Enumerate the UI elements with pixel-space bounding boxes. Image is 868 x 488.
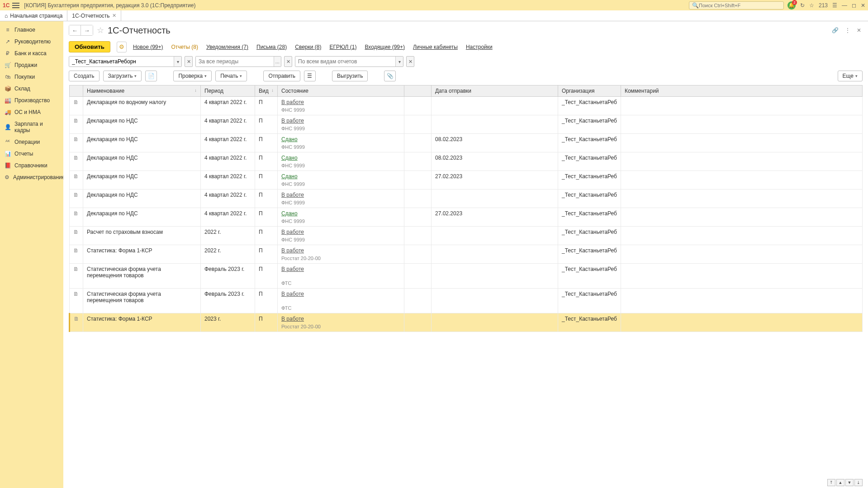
status-link[interactable]: В работе xyxy=(281,247,304,254)
tab-close-icon[interactable]: ✕ xyxy=(112,13,116,19)
col-type[interactable]: Вид↓ xyxy=(255,85,278,97)
tab-reporting[interactable]: 1С-Отчетность ✕ xyxy=(67,10,121,21)
table-row-sub[interactable]: Росстат 20-20-00 xyxy=(70,323,863,332)
period-filter-input[interactable] xyxy=(196,57,274,66)
table-row[interactable]: 🗎Декларация по НДС4 квартал 2022 г.ПСдан… xyxy=(70,152,863,162)
table-row-sub[interactable]: ФНС 9999 xyxy=(70,106,863,115)
sidebar-item-3[interactable]: 🛒Продажи xyxy=(0,59,63,71)
sidebar-item-4[interactable]: 🛍Покупки xyxy=(0,71,63,83)
nav-back-button[interactable]: ← xyxy=(69,25,81,35)
table-row[interactable]: 🗎Расчет по страховым взносам2022 г.ПВ ра… xyxy=(70,227,863,237)
table-row-sub[interactable]: ФНС 9999 xyxy=(70,180,863,190)
sidebar-item-9[interactable]: ᴬᴷОперации xyxy=(0,136,63,148)
col-period[interactable]: Период xyxy=(201,85,255,97)
table-row[interactable]: 🗎Декларация по НДС4 квартал 2022 г.ПСдан… xyxy=(70,171,863,181)
sidebar-item-10[interactable]: 📊Отчеты xyxy=(0,148,63,160)
subtab-8[interactable]: Настройки xyxy=(466,44,493,50)
refresh-button[interactable]: Обновить xyxy=(69,41,110,52)
print-button[interactable]: Печать▾ xyxy=(215,71,247,81)
main-menu-icon[interactable] xyxy=(12,3,19,8)
period-filter-clear[interactable]: ✕ xyxy=(284,56,292,67)
create-button[interactable]: Создать xyxy=(69,71,100,81)
global-search[interactable]: 🔍 xyxy=(689,1,784,9)
status-link[interactable]: В работе xyxy=(281,291,304,297)
period-filter[interactable]: … xyxy=(195,56,281,67)
period-filter-dots-icon[interactable]: … xyxy=(274,57,281,66)
col-comment[interactable]: Комментарий xyxy=(621,85,862,97)
attach-button[interactable]: 📎 xyxy=(384,71,396,81)
tab-home[interactable]: ⌂ Начальная страница xyxy=(0,10,67,21)
status-link[interactable]: В работе xyxy=(281,316,304,322)
table-row-sub[interactable]: ФНС 9999 xyxy=(70,218,863,227)
org-filter-clear[interactable]: ✕ xyxy=(185,56,193,67)
history-icon[interactable]: ↻ xyxy=(800,2,805,9)
subtab-7[interactable]: Личные кабинеты xyxy=(413,44,458,50)
page-close-icon[interactable]: ✕ xyxy=(855,26,863,35)
subtab-3[interactable]: Письма (28) xyxy=(256,44,287,50)
favorite-icon[interactable]: ☆ xyxy=(809,2,814,9)
more-button[interactable]: Еще▾ xyxy=(838,71,863,81)
col-org[interactable]: Организация xyxy=(558,85,621,97)
load-file-button[interactable]: 📄 xyxy=(145,71,157,81)
subtab-1[interactable]: Отчеты (8) xyxy=(171,44,198,50)
table-row[interactable]: 🗎Статистическая форма учета перемещения … xyxy=(70,289,863,305)
table-row[interactable]: 🗎Декларация по водному налогу4 квартал 2… xyxy=(70,97,863,107)
org-filter-input[interactable] xyxy=(69,57,174,66)
send-button[interactable]: Отправить xyxy=(263,71,300,81)
sidebar-item-0[interactable]: ≡Главное xyxy=(0,24,63,36)
status-link[interactable]: Сдано xyxy=(281,136,298,142)
export-button[interactable]: Выгрузить xyxy=(332,71,368,81)
link-icon[interactable]: 🔗 xyxy=(830,26,840,35)
close-icon[interactable]: ✕ xyxy=(861,2,865,9)
table-row-sub[interactable]: ФНС 9999 xyxy=(70,143,863,152)
table-row[interactable]: 🗎Статистическая форма учета перемещения … xyxy=(70,264,863,280)
send-list-button[interactable]: ☰ xyxy=(304,71,316,81)
type-filter-input[interactable] xyxy=(295,57,395,66)
subtab-2[interactable]: Уведомления (7) xyxy=(206,44,248,50)
status-link[interactable]: В работе xyxy=(281,192,304,198)
load-button[interactable]: Загрузить▾ xyxy=(103,71,142,81)
refresh-settings-button[interactable]: ⚙ xyxy=(117,42,127,52)
subtab-5[interactable]: ЕГРЮЛ (1) xyxy=(329,44,356,50)
type-filter-clear[interactable]: ✕ xyxy=(406,56,414,67)
search-input[interactable] xyxy=(699,3,781,8)
sidebar-item-7[interactable]: 🚚ОС и НМА xyxy=(0,106,63,118)
status-link[interactable]: Сдано xyxy=(281,155,298,161)
sidebar-item-6[interactable]: 🏭Производство xyxy=(0,95,63,106)
favorite-star-icon[interactable]: ☆ xyxy=(97,25,104,35)
sidebar-item-11[interactable]: 📕Справочники xyxy=(0,160,63,171)
table-row[interactable]: 🗎Статистика: Форма 1-КСР2023 г.ПВ работе… xyxy=(70,313,863,323)
check-button[interactable]: Проверка▾ xyxy=(173,71,212,81)
sidebar-item-2[interactable]: ₽Банк и касса xyxy=(0,47,63,59)
minimize-icon[interactable]: — xyxy=(842,2,847,9)
col-sent[interactable]: Дата отправки xyxy=(432,85,558,97)
subtab-6[interactable]: Входящие (99+) xyxy=(365,44,405,50)
org-filter-dropdown-icon[interactable]: ▾ xyxy=(174,57,181,66)
col-icon[interactable] xyxy=(70,85,83,97)
type-filter-dropdown-icon[interactable]: ▾ xyxy=(395,57,403,66)
notifications-icon[interactable]: 🔔 2 xyxy=(787,1,796,9)
table-row[interactable]: 🗎Декларация по НДС4 квартал 2022 г.ПВ ра… xyxy=(70,115,863,125)
org-filter[interactable]: ▾ xyxy=(69,56,182,67)
sidebar-item-5[interactable]: 📦Склад xyxy=(0,83,63,95)
status-link[interactable]: В работе xyxy=(281,229,304,235)
sidebar-item-8[interactable]: 👤Зарплата и кадры xyxy=(0,118,63,136)
table-row-sub[interactable]: ФНС 9999 xyxy=(70,125,863,134)
more-vertical-icon[interactable]: ⋮ xyxy=(844,26,852,35)
status-link[interactable]: В работе xyxy=(281,99,304,105)
type-filter[interactable]: ▾ xyxy=(295,56,403,67)
table-row-sub[interactable]: ФНС 9999 xyxy=(70,236,863,245)
status-link[interactable]: В работе xyxy=(281,266,304,272)
table-row-sub[interactable]: ФНС 9999 xyxy=(70,162,863,171)
subtab-0[interactable]: Новое (99+) xyxy=(133,44,163,50)
col-status[interactable]: Состояние xyxy=(278,85,404,97)
table-row-sub[interactable]: ФТС xyxy=(70,280,863,289)
status-link[interactable]: В работе xyxy=(281,118,304,124)
table-row[interactable]: 🗎Статистика: Форма 1-КСР2022 г.ПВ работе… xyxy=(70,245,863,255)
status-link[interactable]: Сдано xyxy=(281,210,298,217)
table-row[interactable]: 🗎Декларация по НДС4 квартал 2022 г.ПВ ра… xyxy=(70,190,863,199)
table-row[interactable]: 🗎Декларация по НДС4 квартал 2022 г.ПСдан… xyxy=(70,134,863,144)
settings-lines-icon[interactable]: ☰ xyxy=(832,2,837,9)
nav-first-button[interactable]: ⤒ xyxy=(827,479,835,486)
subtab-4[interactable]: Сверки (8) xyxy=(295,44,321,50)
